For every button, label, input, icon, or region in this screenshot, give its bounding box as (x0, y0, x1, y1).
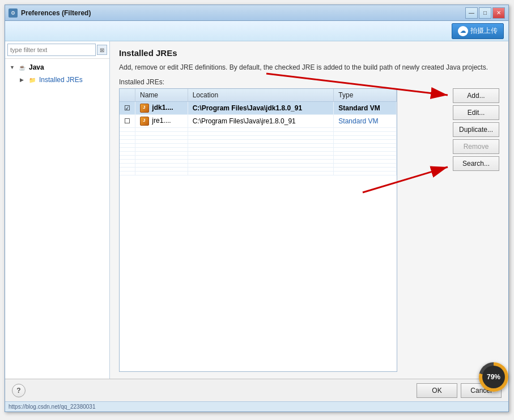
main-window: ⚙ Preferences (Filtered) — □ ✕ ☁ 拍摄上传 ⊠ … (5, 5, 509, 412)
table-header-row: Name Location Type (120, 89, 397, 102)
filter-clear-button[interactable]: ⊠ (97, 45, 107, 55)
table-row-empty (120, 140, 397, 144)
col-checkbox (120, 89, 135, 102)
installed-jres-label: Installed JREs (39, 76, 83, 84)
col-type: Type (334, 89, 397, 102)
titlebar: ⚙ Preferences (Filtered) — □ ✕ (5, 5, 508, 21)
panel-description: Add, remove or edit JRE definitions. By … (119, 62, 499, 72)
table-row-empty (120, 164, 397, 168)
add-button[interactable]: Add... (453, 88, 499, 103)
duplicate-button[interactable]: Duplicate... (453, 122, 499, 137)
statusbar: https://blog.csdn.net/qq_22380031 (5, 401, 508, 412)
col-name: Name (135, 89, 188, 102)
jre-name-text: jdk1.... (152, 104, 173, 112)
ok-button[interactable]: OK (417, 383, 457, 398)
statusbar-url: https://blog.csdn.net/qq_22380031 (9, 404, 95, 410)
content-area: ⊠ ▼ ☕ Java ▶ 📁 Installed JREs In (5, 41, 508, 379)
table-row[interactable]: ☐ jre1.... C:\Program Files\Java\jre1.8.… (120, 115, 397, 128)
jre-type-text: Standard VM (338, 104, 380, 112)
baidu-label: 拍摄上传 (470, 26, 498, 36)
jre-type-text-2: Standard VM (338, 117, 378, 125)
jre-location-2: C:\Program Files\Java\jre1.8.0_91 (188, 115, 334, 128)
jre-name: jdk1.... (135, 102, 188, 115)
help-button[interactable]: ? (12, 384, 26, 397)
table-row[interactable]: ☑ jdk1.... C:\Program Files\Java\jdk1.8.… (120, 102, 397, 115)
table-row-empty (120, 156, 397, 160)
jre-type: Standard VM (334, 102, 397, 115)
jre-name-text-2: jre1.... (152, 117, 171, 125)
jre-location-text: C:\Program Files\Java\jdk1.8.0_91 (193, 104, 302, 112)
filter-input[interactable] (7, 44, 96, 56)
col-location: Location (188, 89, 334, 102)
bottom-bar: ? OK Cancel (5, 379, 508, 401)
panel-title: Installed JREs (119, 48, 499, 58)
table-row-empty (120, 160, 397, 164)
sub-arrow: ▶ (20, 77, 28, 83)
jre-icon-2 (140, 117, 149, 126)
window-title: Preferences (Filtered) (21, 9, 465, 17)
sidebar-item-installed-jres[interactable]: ▶ 📁 Installed JREs (15, 74, 109, 86)
main-panel: Installed JREs Add, remove or edit JRE d… (110, 41, 508, 379)
jres-icon: 📁 (28, 75, 37, 84)
filter-wrap: ⊠ (5, 41, 109, 59)
baidu-icon: ☁ (458, 26, 468, 36)
close-button[interactable]: ✕ (492, 7, 505, 19)
search-button[interactable]: Search... (453, 156, 499, 171)
table-and-buttons: Name Location Type ☑ jdk1.... (119, 88, 499, 372)
checkbox-cell[interactable]: ☑ (120, 102, 135, 115)
toolbar: ☁ 拍摄上传 (5, 21, 508, 41)
jre-name-2: jre1.... (135, 115, 188, 128)
table-row-empty (120, 132, 397, 136)
checkbox-cell-2[interactable]: ☐ (120, 115, 135, 128)
progress-value: 79% (482, 366, 505, 388)
progress-ring: 79% (479, 362, 508, 392)
minimize-button[interactable]: — (465, 7, 478, 19)
tree: ▼ ☕ Java ▶ 📁 Installed JREs (5, 59, 109, 379)
sidebar: ⊠ ▼ ☕ Java ▶ 📁 Installed JREs (5, 41, 110, 379)
installed-jres-section-label: Installed JREs: (119, 78, 499, 86)
table-row-empty (120, 148, 397, 152)
jre-table-container: Name Location Type ☑ jdk1.... (119, 88, 397, 372)
sidebar-item-java[interactable]: ▼ ☕ Java (5, 61, 109, 74)
tree-sub: ▶ 📁 Installed JREs (5, 74, 109, 86)
jre-location-text-2: C:\Program Files\Java\jre1.8.0_91 (193, 117, 296, 125)
table-row-empty (120, 136, 397, 140)
table-row-empty (120, 168, 397, 172)
collapse-arrow: ▼ (10, 65, 18, 70)
table-row-empty (120, 144, 397, 148)
action-buttons: Add... Edit... Duplicate... Remove Searc… (448, 88, 499, 372)
table-row-empty (120, 152, 397, 156)
java-label: Java (29, 63, 44, 71)
edit-button[interactable]: Edit... (453, 105, 499, 120)
jre-icon (140, 104, 149, 113)
jre-location: C:\Program Files\Java\jdk1.8.0_91 (188, 102, 334, 115)
window-icon: ⚙ (9, 8, 18, 18)
jre-type-2: Standard VM (334, 115, 397, 128)
jre-table: Name Location Type ☑ jdk1.... (120, 89, 397, 175)
baidu-upload-button[interactable]: ☁ 拍摄上传 (452, 23, 504, 39)
table-row-empty (120, 128, 397, 132)
table-row-empty (120, 172, 397, 175)
maximize-button[interactable]: □ (479, 7, 491, 19)
remove-button[interactable]: Remove (453, 139, 499, 154)
java-icon: ☕ (18, 63, 27, 72)
titlebar-buttons: — □ ✕ (465, 7, 505, 19)
